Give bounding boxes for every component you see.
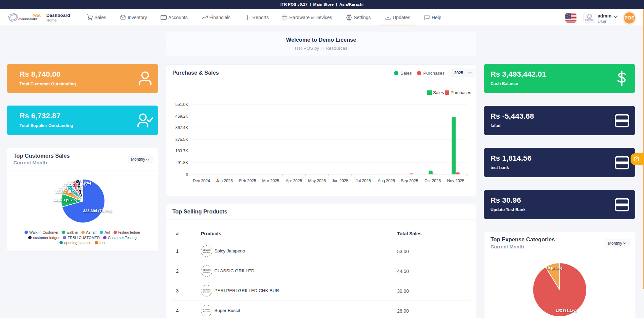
svg-text:AVAILABLE: AVAILABLE [203, 251, 210, 253]
svg-text:AVAILABLE: AVAILABLE [203, 291, 210, 292]
svg-text:AVAILABLE: AVAILABLE [203, 271, 210, 273]
svg-text:NO IMAGE: NO IMAGE [203, 289, 210, 290]
svg-text:Sales: Sales [433, 90, 444, 95]
svg-text:44,473 (9.7%): 44,473 (9.7%) [53, 198, 77, 202]
svg-text:Jul 2025: Jul 2025 [356, 178, 371, 183]
svg-text:IT RESOURCES: IT RESOURCES [18, 17, 37, 21]
svg-text:0: 0 [186, 172, 188, 177]
svg-text:AVAILABLE: AVAILABLE [203, 311, 210, 312]
svg-text:Dec 2024: Dec 2024 [193, 178, 210, 183]
svg-text:Feb 2025: Feb 2025 [239, 178, 256, 183]
svg-text:POS: POS [33, 14, 41, 18]
svg-text:Apr 2025: Apr 2025 [286, 178, 302, 183]
svg-text:323,694 (70.7%): 323,694 (70.7%) [83, 209, 112, 213]
svg-text:May 2025: May 2025 [308, 178, 326, 183]
svg-text:NO IMAGE: NO IMAGE [203, 249, 210, 251]
svg-text:367.4K: 367.4K [175, 125, 188, 130]
svg-text:Jan 2025: Jan 2025 [216, 178, 233, 183]
svg-text:Aug 2025: Aug 2025 [378, 178, 395, 183]
svg-text:91.8K: 91.8K [178, 160, 188, 165]
svg-text:551.0K: 551.0K [175, 102, 188, 107]
svg-text:16,080 (3.5%): 16,080 (3.5%) [67, 181, 91, 185]
svg-text:NO IMAGE: NO IMAGE [203, 269, 210, 271]
svg-text:IT RESOURCES: IT RESOURCES [585, 19, 594, 21]
svg-text:459.2K: 459.2K [175, 114, 188, 119]
svg-text:Sep 2025: Sep 2025 [401, 178, 418, 183]
svg-text:Jun 2025: Jun 2025 [332, 178, 349, 183]
svg-text:102 (91.1%): 102 (91.1%) [556, 308, 577, 312]
svg-text:21,770 (4.8%): 21,770 (4.8%) [59, 187, 83, 191]
svg-text:183.7K: 183.7K [175, 149, 188, 153]
svg-text:NO IMAGE: NO IMAGE [203, 309, 210, 310]
svg-text:Oct 2025: Oct 2025 [424, 178, 441, 183]
svg-text:Purchases: Purchases [450, 90, 471, 95]
svg-text:10 (8.9%): 10 (8.9%) [546, 266, 562, 270]
svg-text:275.5K: 275.5K [175, 137, 188, 142]
svg-text:Mar 2025: Mar 2025 [262, 178, 280, 183]
svg-text:Nov 2025: Nov 2025 [447, 178, 465, 183]
